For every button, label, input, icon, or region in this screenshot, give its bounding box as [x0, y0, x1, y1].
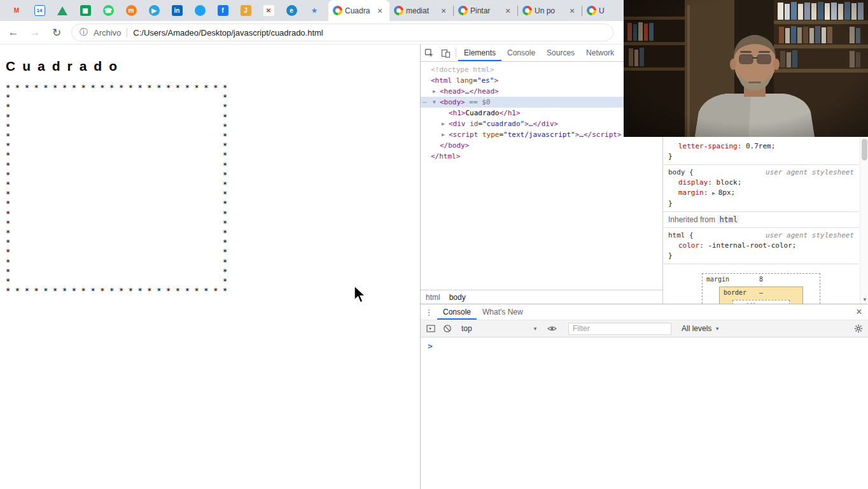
- forward-icon[interactable]: →: [27, 26, 43, 39]
- url-text[interactable]: C:/Users/Amadeo/Desktop/javascript/cuadr…: [133, 28, 323, 38]
- pinned-tab[interactable]: ★: [303, 0, 326, 21]
- pinned-tab[interactable]: f: [211, 0, 234, 21]
- browser-tab[interactable]: mediat×: [389, 0, 453, 21]
- live-expression-eye-icon[interactable]: [547, 323, 557, 334]
- pinned-tab[interactable]: 14: [28, 0, 51, 21]
- css-property[interactable]: margin: ▶ 8px;: [668, 188, 854, 199]
- whatsapp-icon: ☎: [103, 5, 114, 16]
- dom-node-text: <h1>Cuadrado</h1>: [421, 109, 521, 117]
- pinned-tab[interactable]: J: [234, 0, 257, 21]
- stylesheet-origin: user agent stylesheet: [766, 230, 854, 241]
- page-content: Cuadrado ************************ * * * …: [0, 45, 420, 489]
- pinned-tab[interactable]: in: [165, 0, 188, 21]
- tab-close-icon[interactable]: ×: [503, 6, 513, 16]
- page-info-icon[interactable]: ⓘ: [80, 27, 88, 38]
- linkedin-icon: in: [172, 5, 183, 16]
- devtools-tab-console[interactable]: Console: [501, 45, 541, 61]
- console-settings-gear-icon[interactable]: [853, 323, 864, 334]
- rule-selector: body {user agent stylesheet: [668, 167, 854, 178]
- browser-tab[interactable]: Pintar×: [454, 0, 517, 21]
- telegram-icon: ▶: [149, 5, 160, 16]
- console-drawer: ⋮ Console What's New × top ▼ All levels …: [421, 304, 868, 489]
- page-favicon: [394, 6, 403, 15]
- browser-tab[interactable]: Un po×: [518, 0, 582, 21]
- drawer-tab-whats-new[interactable]: What's New: [477, 304, 529, 320]
- twitter-icon: [195, 5, 206, 16]
- devtools-tab-sources[interactable]: Sources: [541, 45, 580, 61]
- breadcrumb-body[interactable]: body: [449, 293, 466, 302]
- tab-close-icon[interactable]: ×: [375, 6, 385, 16]
- box-model-border[interactable]: border–padding–: [719, 287, 803, 304]
- console-filter-input[interactable]: [568, 323, 671, 335]
- twisty-icon[interactable]: ▶: [433, 86, 436, 97]
- console-toolbar: top ▼ All levels ▼: [421, 320, 868, 337]
- css-property[interactable]: color: -internal-root-color;: [668, 241, 854, 251]
- devtools-tabs: ElementsConsoleSourcesNetwork: [458, 45, 620, 61]
- app-icon-x: ✕: [263, 5, 274, 16]
- console-levels-select[interactable]: All levels ▼: [682, 324, 720, 333]
- breadcrumb-html[interactable]: html: [426, 293, 440, 302]
- twisty-icon[interactable]: ▶: [442, 118, 445, 129]
- device-toolbar-icon[interactable]: [437, 45, 454, 61]
- scrollbar-thumb[interactable]: [862, 139, 867, 160]
- chevron-down-icon: ▼: [715, 326, 720, 332]
- inherited-header: Inherited from html: [663, 212, 859, 228]
- tab-close-icon[interactable]: ×: [567, 6, 577, 16]
- reload-icon[interactable]: ↻: [48, 26, 65, 39]
- rule-close-brace: }: [668, 251, 854, 261]
- app-icon-blue: e: [286, 5, 297, 16]
- dom-node-text: <html lang="es">: [421, 76, 498, 85]
- devtools-tab-elements[interactable]: Elements: [458, 45, 501, 61]
- tabs-row: Cuadra×mediat×Pintar×Un po×U×: [328, 0, 646, 21]
- pinned-tab[interactable]: [188, 0, 211, 21]
- inherited-link[interactable]: html: [717, 215, 739, 224]
- clear-console-icon[interactable]: [442, 323, 452, 334]
- stylesheet-origin: user agent stylesheet: [766, 167, 854, 178]
- rule-close-brace: }: [668, 152, 854, 162]
- style-rule: html {user agent stylesheetcolor: -inter…: [663, 228, 859, 264]
- pinned-tab[interactable]: ☎: [97, 0, 120, 21]
- drive-icon: [57, 6, 67, 15]
- app-icon-gold: J: [241, 5, 251, 16]
- tab-title: Cuadra: [345, 6, 372, 15]
- inspect-element-icon[interactable]: [421, 45, 437, 61]
- drawer-header: ⋮ Console What's New ×: [421, 304, 868, 320]
- box-model-border-value: –: [720, 289, 802, 296]
- pinned-tab[interactable]: ▦: [74, 0, 97, 21]
- pinned-tab[interactable]: M: [5, 0, 28, 21]
- twisty-icon[interactable]: ▶: [442, 129, 445, 140]
- pinned-tab[interactable]: ▶: [143, 0, 165, 21]
- pinned-tab[interactable]: ✕: [257, 0, 280, 21]
- drawer-menu-icon[interactable]: ⋮: [421, 308, 437, 317]
- pinned-tab[interactable]: [51, 0, 74, 21]
- console-prompt-icon[interactable]: >: [428, 341, 433, 351]
- drawer-close-icon[interactable]: ×: [850, 306, 868, 318]
- twisty-icon[interactable]: ▼: [433, 97, 436, 108]
- box-model-margin[interactable]: margin8border–padding–: [702, 273, 820, 304]
- dom-node[interactable]: </body>: [421, 140, 662, 151]
- facebook-icon: f: [218, 5, 228, 16]
- back-icon[interactable]: ←: [5, 26, 22, 39]
- browser-tab[interactable]: Cuadra×: [328, 0, 389, 21]
- scrollbar-down-icon[interactable]: ▼: [860, 297, 868, 302]
- css-property[interactable]: display: block;: [668, 178, 854, 188]
- address-bar[interactable]: ⓘ Archivo C:/Users/Amadeo/Desktop/javasc…: [71, 24, 613, 41]
- chevron-down-icon: ▼: [533, 326, 538, 332]
- tab-title: mediat: [406, 6, 436, 15]
- rule-close-brace: }: [668, 199, 854, 209]
- sheets-icon: ▦: [80, 5, 91, 16]
- devtools-tab-network[interactable]: Network: [580, 45, 620, 61]
- tab-close-icon[interactable]: ×: [438, 6, 449, 16]
- styles-scrollbar[interactable]: ▼: [860, 137, 868, 304]
- pinned-tab[interactable]: m: [120, 0, 143, 21]
- webcam-overlay: [624, 0, 868, 137]
- pinned-tab[interactable]: e: [280, 0, 303, 21]
- console-sidebar-icon[interactable]: [426, 323, 436, 334]
- drawer-tab-console[interactable]: Console: [437, 304, 477, 320]
- css-property[interactable]: letter-spacing: 0.7rem;: [668, 141, 854, 152]
- page-favicon: [587, 6, 596, 15]
- dom-node[interactable]: </html>: [421, 151, 662, 162]
- overflow-menu-icon[interactable]: ⋯: [423, 97, 427, 108]
- console-context-select[interactable]: top ▼: [459, 324, 540, 333]
- console-output[interactable]: >: [421, 337, 868, 489]
